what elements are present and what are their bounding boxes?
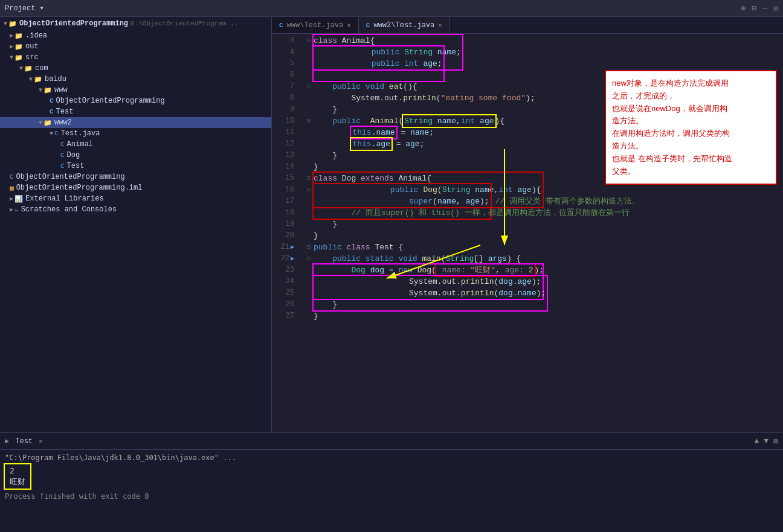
www2-expand-icon: ▼ bbox=[39, 120, 42, 126]
comment-17: // 调用父类 带有两个参数的构造方法。 bbox=[491, 196, 640, 207]
icon-minus[interactable]: — bbox=[762, 4, 767, 13]
gutter-7: ⊟ bbox=[304, 81, 314, 92]
test-www-icon: C bbox=[50, 108, 54, 115]
indent-12 bbox=[314, 138, 351, 150]
gutter-22: ⊟ bbox=[304, 253, 314, 264]
code-line-27: } bbox=[299, 310, 783, 322]
sidebar-item-scratches[interactable]: ▶ ✏ Scratches and Consoles bbox=[0, 204, 271, 215]
sidebar-item-ext-libs[interactable]: ▶ 📊 External Libraries bbox=[0, 193, 271, 204]
close-25: ); bbox=[536, 289, 546, 298]
oop-www-label: ObjectOrientedProgramming bbox=[56, 97, 165, 105]
sidebar-item-idea[interactable]: ▶ 📁 .idea bbox=[0, 30, 271, 41]
brace-13: } bbox=[314, 150, 337, 161]
scroll-up-icon[interactable]: ▲ bbox=[755, 437, 759, 446]
age-param-10: age bbox=[480, 117, 494, 126]
www-label: www bbox=[54, 86, 68, 94]
sidebar-item-out[interactable]: ▶ 📁 out bbox=[0, 41, 271, 52]
sidebar-item-src[interactable]: ▼ 📁 src bbox=[0, 52, 271, 63]
sidebar-item-com[interactable]: ▼ 📁 com bbox=[0, 63, 271, 74]
ln-22: 22 ▶ bbox=[272, 253, 299, 264]
tabs-bar: C www\Test.java ✕ C www2\Test.java ✕ bbox=[272, 17, 783, 34]
scratches-icon: ▶ bbox=[10, 206, 13, 213]
semi-11: ; bbox=[429, 127, 434, 138]
run-btn-22[interactable]: ▶ bbox=[291, 253, 294, 264]
ln-24: 24 bbox=[272, 276, 299, 287]
public-kw-21: public bbox=[314, 242, 347, 253]
icon-add[interactable]: ⊕ bbox=[741, 4, 746, 13]
string-type-10: String bbox=[404, 117, 437, 126]
static-kw-22: static bbox=[366, 253, 399, 264]
project-root-path: G:\ObjectOrientedProgram... bbox=[130, 20, 238, 27]
sidebar-item-test-www2[interactable]: C Test bbox=[0, 161, 271, 171]
sidebar-item-dog[interactable]: C Dog bbox=[0, 150, 271, 161]
dog-label: Dog bbox=[67, 151, 80, 159]
comment-18: // 而且super() 和 this() 一样，都是调用构造方法，位置只能放在… bbox=[314, 207, 630, 219]
public-kw-7: public bbox=[314, 81, 366, 92]
public-kw-22: public bbox=[314, 253, 366, 264]
public-kw-10: public bbox=[314, 115, 370, 127]
code-line-19: } bbox=[299, 219, 783, 230]
oop-root-icon: C bbox=[10, 173, 14, 181]
icon-layout[interactable]: ⊟ bbox=[752, 4, 757, 13]
scroll-down-icon[interactable]: ▼ bbox=[764, 437, 768, 446]
tab-www2-close[interactable]: ✕ bbox=[438, 21, 442, 29]
testjava-label: Test.java bbox=[61, 129, 100, 138]
highlight-this-name: this.name bbox=[351, 127, 396, 138]
project-root[interactable]: ▼ 📁 ObjectOrientedProgramming G:\ObjectO… bbox=[0, 17, 271, 30]
highlight-age-field: public int age; bbox=[314, 46, 443, 81]
out-expand-icon: ▶ bbox=[10, 43, 13, 50]
sidebar-item-iml[interactable]: ▦ ObjectOrientedProgramming.iml bbox=[0, 182, 271, 193]
sidebar-item-test-www[interactable]: C Test bbox=[0, 106, 271, 117]
run-btn-21[interactable]: ▶ bbox=[291, 242, 294, 253]
sidebar-item-www2[interactable]: ▼ 📁 www2 bbox=[0, 117, 271, 128]
tab-www2-test[interactable]: C www2\Test.java ✕ bbox=[359, 17, 450, 33]
this-kw-11: this bbox=[352, 128, 371, 137]
println-25: println bbox=[461, 289, 494, 298]
sidebar-item-oop-root[interactable]: C ObjectOrientedProgramming bbox=[0, 171, 271, 182]
ln-3: 3 bbox=[272, 35, 299, 46]
paren-close-16: ){ bbox=[532, 185, 541, 194]
terminal-tab-close[interactable]: ✕ bbox=[39, 437, 43, 445]
age-var-5: age bbox=[423, 59, 437, 68]
project-dropdown[interactable]: Project ▾ bbox=[5, 4, 44, 13]
sidebar-item-baidu[interactable]: ▼ 📁 baidu bbox=[0, 74, 271, 85]
tab-www-icon: C bbox=[279, 22, 283, 29]
tab-www-close[interactable]: ✕ bbox=[347, 21, 351, 29]
sidebar-item-oop-www[interactable]: C ObjectOrientedProgramming bbox=[0, 95, 271, 106]
comma-10: , bbox=[456, 117, 461, 126]
comma-17: , bbox=[456, 197, 466, 206]
brace-27: } bbox=[314, 310, 318, 322]
www-expand-icon: ▼ bbox=[39, 87, 42, 94]
tab-www2-icon: C bbox=[366, 22, 370, 29]
ln-21: 21 ▶ bbox=[272, 242, 299, 253]
args-var: args bbox=[488, 253, 507, 264]
code-editor[interactable]: new对象，是在构造方法完成调用之后，才完成的，也就是说在newDog，就会调用… bbox=[272, 34, 783, 432]
sidebar-item-test-java[interactable]: ▼ C Test.java bbox=[0, 128, 271, 139]
testjava-expand-icon: ▼ bbox=[50, 130, 53, 137]
ln-17: 17 bbox=[272, 196, 299, 207]
terminal-tab-label[interactable]: Test bbox=[15, 437, 33, 446]
sidebar-item-animal[interactable]: C Animal bbox=[0, 139, 271, 150]
tab-www2-label: www2\Test.java bbox=[373, 21, 434, 30]
tab-www-test[interactable]: C www\Test.java ✕ bbox=[272, 17, 359, 33]
icon-gear[interactable]: ⚙ bbox=[773, 4, 778, 13]
main-close: ) { bbox=[507, 253, 521, 264]
animal-label: Animal bbox=[67, 140, 93, 149]
sidebar-item-www[interactable]: ▼ 📁 www bbox=[0, 85, 271, 95]
highlight-println-name: System.out.println(dog.name); bbox=[314, 276, 547, 310]
terminal-command-line: "C:\Program Files\Java\jdk1.8.0_301\bin\… bbox=[5, 452, 778, 463]
semi-4: ; bbox=[456, 48, 461, 57]
void-kw-7: void bbox=[366, 81, 389, 92]
src-expand-icon: ▼ bbox=[10, 54, 13, 61]
animal-fn: Animal bbox=[370, 115, 399, 127]
www2-folder-icon: 📁 bbox=[44, 119, 52, 127]
com-folder-icon: 📁 bbox=[24, 65, 33, 72]
paren-7: (){ bbox=[403, 81, 417, 92]
terminal-clear-icon[interactable]: ⊠ bbox=[773, 437, 778, 446]
testjava-icon: C bbox=[54, 130, 59, 137]
this-kw-12: this bbox=[352, 139, 371, 149]
ln-26: 26 bbox=[272, 299, 299, 310]
test-classname: Test { bbox=[375, 242, 403, 253]
oop-www-icon: C bbox=[50, 97, 54, 104]
highlight-params-10: String name,int age bbox=[403, 115, 495, 127]
